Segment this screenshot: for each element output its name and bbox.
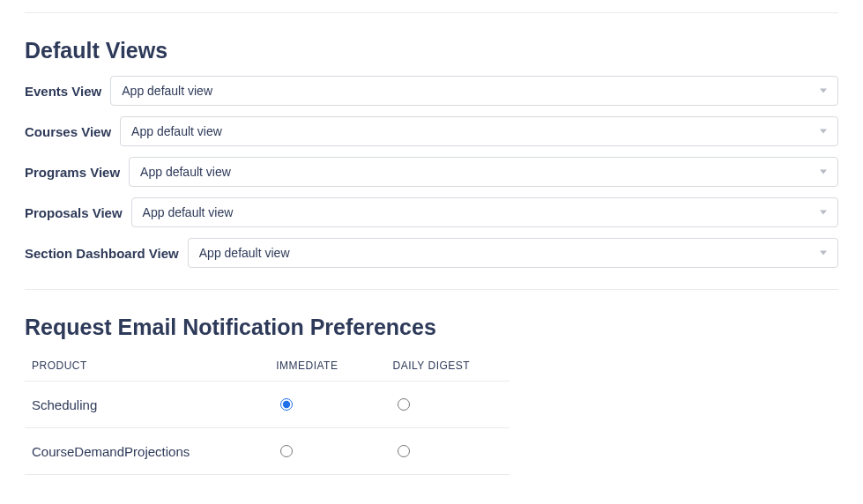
row-events-view: Events View App default view (25, 76, 838, 106)
radio-scheduling-immediate[interactable] (280, 398, 293, 411)
chevron-down-icon (820, 89, 827, 93)
row-section-dashboard-view: Section Dashboard View App default view (25, 238, 838, 268)
chevron-down-icon (820, 170, 827, 174)
cell-product-cdp: CourseDemandProjections (25, 428, 276, 475)
col-header-daily-digest: DAILY DIGEST (393, 352, 510, 382)
label-proposals-view: Proposals View (25, 205, 123, 220)
chevron-down-icon (820, 211, 827, 215)
label-courses-view: Courses View (25, 124, 111, 139)
heading-email-prefs: Request Email Notification Preferences (25, 315, 838, 340)
select-proposals-view-value: App default view (143, 205, 234, 219)
table-row: Scheduling (25, 382, 510, 428)
cell-product-scheduling: Scheduling (25, 382, 276, 428)
select-programs-view-value: App default view (140, 165, 231, 179)
select-proposals-view[interactable]: App default view (131, 197, 838, 227)
chevron-down-icon (820, 251, 827, 256)
table-email-prefs: PRODUCT IMMEDIATE DAILY DIGEST Schedulin… (25, 352, 510, 475)
divider-top (25, 12, 838, 13)
col-header-product: PRODUCT (25, 352, 276, 382)
radio-cdp-daily[interactable] (398, 445, 410, 457)
row-proposals-view: Proposals View App default view (25, 197, 838, 227)
select-courses-view-value: App default view (131, 124, 222, 138)
heading-default-views: Default Views (25, 38, 838, 63)
divider-mid (25, 289, 838, 290)
select-events-view-value: App default view (122, 84, 212, 98)
label-programs-view: Programs View (25, 165, 120, 180)
select-section-dashboard-view-value: App default view (199, 246, 290, 260)
select-courses-view[interactable]: App default view (120, 116, 838, 146)
row-courses-view: Courses View App default view (25, 116, 838, 146)
label-section-dashboard-view: Section Dashboard View (25, 246, 179, 261)
radio-cdp-immediate[interactable] (280, 445, 293, 457)
chevron-down-icon (820, 130, 827, 134)
radio-scheduling-daily[interactable] (398, 398, 410, 411)
col-header-immediate: IMMEDIATE (276, 352, 392, 382)
select-programs-view[interactable]: App default view (129, 157, 838, 187)
select-section-dashboard-view[interactable]: App default view (188, 238, 838, 268)
select-events-view[interactable]: App default view (110, 76, 838, 106)
row-programs-view: Programs View App default view (25, 157, 838, 187)
table-row: CourseDemandProjections (25, 428, 510, 475)
label-events-view: Events View (25, 84, 101, 99)
